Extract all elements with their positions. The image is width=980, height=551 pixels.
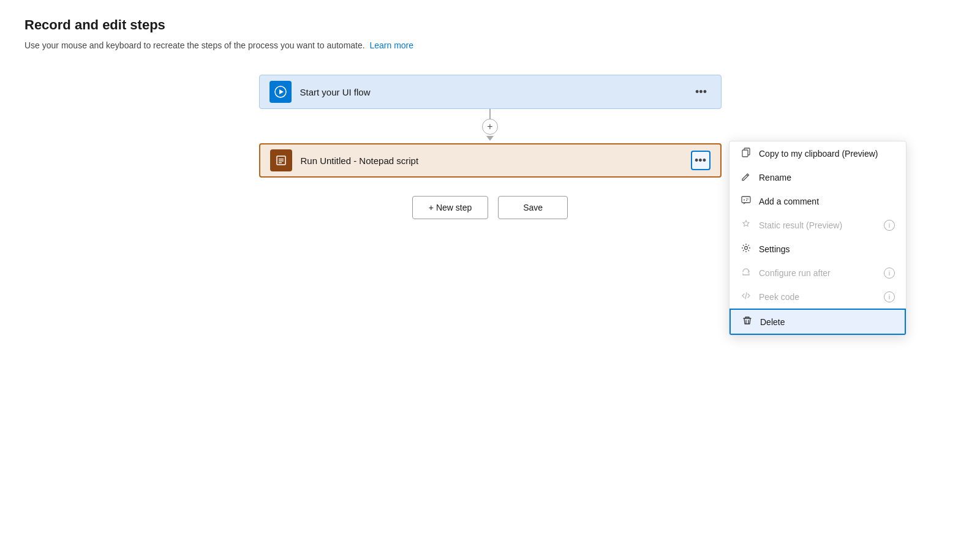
svg-rect-3 (279, 159, 284, 160)
svg-point-10 (745, 247, 748, 250)
menu-item-peek-code: Peek code i (729, 285, 906, 309)
peek-code-label: Peek code (759, 292, 799, 302)
static-result-icon (741, 219, 752, 231)
run-script-card: Run Untitled - Notepad script ••• (259, 143, 722, 178)
menu-item-add-comment[interactable]: Add a comment (729, 189, 906, 213)
rename-icon (741, 171, 752, 183)
start-card-left: Start your UI flow (270, 81, 371, 103)
learn-more-link[interactable]: Learn more (369, 40, 413, 50)
svg-marker-1 (279, 89, 284, 94)
svg-point-9 (744, 200, 745, 201)
connector-arrow (486, 136, 494, 141)
page-title: Record and edit steps (24, 17, 956, 33)
delete-label: Delete (760, 317, 785, 327)
settings-icon (741, 243, 752, 255)
start-icon (270, 81, 292, 103)
peek-code-info-icon[interactable]: i (884, 291, 895, 302)
copy-clipboard-label: Copy to my clipboard (Preview) (759, 149, 878, 159)
new-step-button[interactable]: + New step (412, 196, 488, 219)
svg-rect-7 (742, 150, 748, 157)
add-comment-icon (741, 195, 752, 207)
menu-item-static-result: Static result (Preview) i (729, 213, 906, 237)
run-script-icon (270, 149, 292, 171)
copy-clipboard-icon (741, 148, 752, 159)
menu-item-settings[interactable]: Settings (729, 237, 906, 261)
run-card-left: Run Untitled - Notepad script (270, 149, 419, 171)
add-between-steps-button[interactable]: + (482, 119, 498, 135)
context-menu: Copy to my clipboard (Preview) Rename (729, 141, 907, 335)
peek-code-icon (741, 291, 752, 302)
action-buttons: + New step Save (412, 196, 568, 219)
settings-label: Settings (759, 244, 790, 254)
start-step-label: Start your UI flow (300, 87, 371, 97)
save-button[interactable]: Save (498, 196, 568, 219)
menu-item-copy-clipboard[interactable]: Copy to my clipboard (Preview) (729, 141, 906, 165)
menu-item-configure-run-after: Configure run after i (729, 261, 906, 285)
start-step-more-button[interactable]: ••• (692, 82, 711, 102)
svg-rect-4 (279, 160, 284, 162)
page-description: Use your mouse and keyboard to recreate … (24, 40, 956, 50)
svg-rect-5 (279, 162, 282, 163)
static-result-label: Static result (Preview) (759, 220, 842, 230)
run-step-label: Run Untitled - Notepad script (301, 156, 419, 166)
menu-item-delete[interactable]: Delete (729, 309, 906, 335)
configure-run-after-info-icon[interactable]: i (884, 268, 895, 279)
menu-item-rename[interactable]: Rename (729, 165, 906, 189)
rename-label: Rename (759, 173, 791, 182)
static-result-info-icon[interactable]: i (884, 220, 895, 231)
connector-line-top (489, 109, 491, 119)
configure-run-after-label: Configure run after (759, 268, 831, 278)
delete-icon (742, 316, 753, 328)
add-comment-label: Add a comment (759, 197, 819, 206)
svg-rect-8 (742, 197, 750, 203)
run-step-more-button[interactable]: ••• (691, 151, 710, 170)
start-ui-flow-card: Start your UI flow ••• (259, 75, 722, 109)
configure-run-after-icon (741, 267, 752, 279)
step-connector: + (482, 109, 498, 143)
